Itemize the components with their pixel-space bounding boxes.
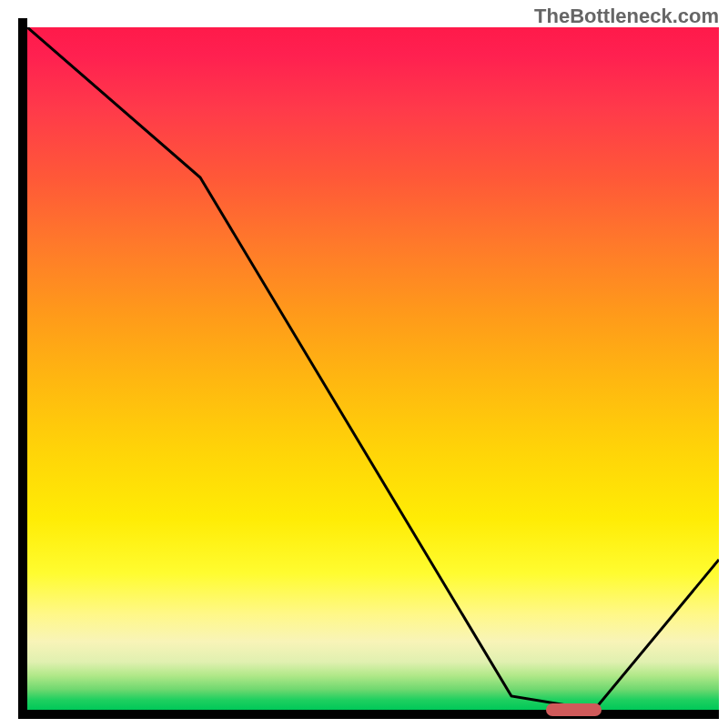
optimal-zone-marker	[546, 703, 602, 716]
x-axis	[18, 710, 719, 719]
bottleneck-curve	[27, 27, 719, 710]
watermark-text: TheBottleneck.com	[534, 5, 719, 28]
chart-container: TheBottleneck.com	[0, 0, 728, 728]
y-axis	[18, 18, 27, 719]
plot-area	[27, 27, 719, 710]
